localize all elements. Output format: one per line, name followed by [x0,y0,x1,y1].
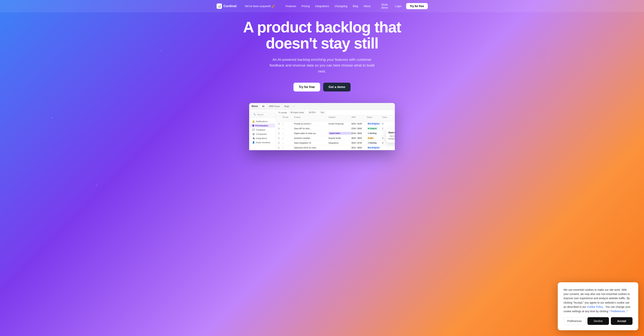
building-icon: 🏢 [252,133,255,135]
bell-icon: 🔔 [252,120,255,123]
try-for-free-hero-button[interactable]: Try for free [294,83,320,92]
sidebar-item-notifications[interactable]: 🔔 Notifications [250,119,275,123]
cookie-text: We use essential cookies to make our sit… [564,288,632,313]
chat-icon: 💬 [252,129,255,131]
table-row[interactable]: ☐ ↑ Optimized UI/UX for mobi... $52K / $… [276,145,395,150]
sidebar-item-prioritization[interactable]: ▦ Prioritization [250,124,275,128]
hero-subtitle: An AI-powered backlog enriching your fea… [268,57,376,74]
search-placeholder: Search... [257,113,266,116]
cookie-banner: We use essential cookies to make our sit… [558,282,638,330]
sidebar-item-companies[interactable]: 🏢 Companies [250,132,275,136]
app-tabs: All ARR Focus Bugs + [260,105,295,108]
app-titlebar: Shrex All ARR Focus Bugs + [249,103,395,110]
sidebar-item-integrations[interactable]: 🔌 Integrations [250,136,275,140]
tab-arr-focus[interactable]: ARR Focus [267,105,282,108]
table-row[interactable]: ☐ ↑ Digital wallet for faster pa... Digi… [276,131,395,136]
hero-section: A product backlog that doesn't stay stil… [0,0,644,336]
cookie-policy-link[interactable]: Cookie Policy [587,305,603,308]
app-sidebar: 🔍 Search... 🔔 Notifications ▦ Prioritiza… [249,110,276,150]
filter-impact[interactable]: All impact areas [289,111,306,114]
accept-button[interactable]: Accept [611,317,632,325]
app-content: 73 results All impact areas All KPIs Sor… [276,110,395,150]
ai-suggestion-popup: Slack integration ...I've noticed that i… [386,129,395,143]
app-window: Shrex All ARR Focus Bugs + 🔍 Search... [249,103,395,150]
nav-about[interactable]: About [361,4,373,9]
navbar: 📊 Cardinal We've been acquired! 🎉 Featur… [0,0,644,12]
nav-integrations[interactable]: Integrations [313,4,332,9]
search-icon: 🔍 [253,113,256,116]
try-for-free-nav-button[interactable]: Try for free [406,3,428,9]
hero-content: A product backlog that doesn't stay stil… [239,19,405,103]
table-row[interactable]: ☐ ↑ Open API for third-... $78K / $95K S… [276,126,395,131]
table-row[interactable]: ☐ ↑ Provide an invoice f... Invoice Fina… [276,121,395,126]
tab-bugs[interactable]: Bugs [282,105,291,108]
cookie-buttons: Preferences Decline Accept [564,317,632,325]
nav-changelog[interactable]: Changelog [332,4,350,9]
nav-actions: Book demo Login Try for free [379,2,428,10]
grid-icon: ▦ [252,124,254,127]
tab-all[interactable]: All [260,105,266,108]
nav-blog[interactable]: Blog [350,4,360,9]
filter-kpis[interactable]: All KPIs [307,111,318,114]
hero-title: A product backlog that doesn't stay stil… [243,19,401,51]
table-row[interactable]: ☐ ↑ Quarterly complian... Regular Audits… [276,136,395,141]
app-screenshot: Shrex All ARR Focus Bugs + 🔍 Search... [245,103,399,150]
login-button[interactable]: Login [392,4,404,9]
preferences-link[interactable]: Preferences [611,310,625,313]
person-icon: 👤 [252,141,255,144]
sidebar-item-invite-members[interactable]: 👤 Invite members [250,140,275,144]
filter-sort[interactable]: Sort [319,111,326,114]
logo-icon: 📊 [216,4,222,9]
logo[interactable]: 📊 Cardinal [216,4,236,9]
preferences-button[interactable]: Preferences [564,317,586,325]
logo-text: Cardinal [224,4,236,8]
plug-icon: 🔌 [252,137,255,139]
app-main: 🔍 Search... 🔔 Notifications ▦ Prioritiza… [249,110,395,150]
get-a-demo-button[interactable]: Get a demo [323,83,350,92]
table-row[interactable]: ☐ ↑ Slack Integration V2 Integrations $5… [276,141,395,145]
table-header: Priority Feature Initiative ARR Status F… [276,115,395,121]
ai-popup-title: Slack integration [388,131,395,134]
decline-button[interactable]: Decline [588,317,609,325]
content-toolbar: 73 results All impact areas All KPIs Sor… [276,110,395,115]
result-count: 73 results [278,111,287,114]
sidebar-nav: 🔔 Notifications ▦ Prioritization 💬 Feedb… [249,118,276,146]
search-field[interactable]: 🔍 Search... [252,112,267,116]
acquired-notice: We've been acquired! 🎉 [243,4,277,9]
book-demo-button[interactable]: Book demo [379,2,390,10]
nav-links: Features Pricing Integrations Changelog … [283,4,373,9]
nav-pricing[interactable]: Pricing [299,4,312,9]
tab-add-icon[interactable]: + [292,105,295,108]
nav-features[interactable]: Features [283,4,298,9]
sidebar-item-feedback[interactable]: 💬 Feedback [250,128,275,132]
sidebar-toolbar: 🔍 Search... [249,111,276,118]
app-workspace: Shrex [252,105,258,108]
ai-popup-text: ...I've noticed that it could use some e… [388,135,395,140]
hero-buttons: Try for free Get a demo [243,83,401,92]
